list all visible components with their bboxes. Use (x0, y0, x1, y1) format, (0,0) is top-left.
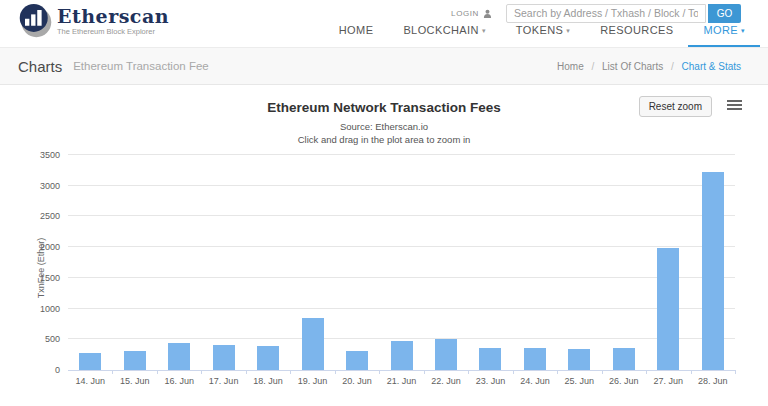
x-axis-tick-label: 24. Jun (520, 376, 550, 386)
gridline (68, 308, 735, 309)
brand-tagline: The Ethereum Block Explorer (57, 27, 169, 36)
x-axis-tick (602, 370, 603, 374)
breadcrumb-separator: / (591, 61, 594, 72)
page-title: Charts (18, 58, 62, 75)
x-axis-tick-label: 22. Jun (431, 376, 461, 386)
breadcrumb-home[interactable]: Home (557, 61, 584, 72)
page-header: Charts Ethereum Transaction Fee Home / L… (0, 48, 768, 85)
y-axis-tick-label: 2500 (40, 211, 60, 221)
breadcrumb: Home / List Of Charts / Chart & Stats (557, 61, 741, 72)
plot-area[interactable]: TxnFee (Ether) 0500100015002000250030003… (68, 155, 735, 370)
nav-blockchain[interactable]: BLOCKCHAIN▾ (388, 18, 500, 47)
x-axis-tick-label: 18. Jun (253, 376, 283, 386)
x-axis-tick-label: 14. Jun (75, 376, 105, 386)
x-axis-tick-label: 17. Jun (209, 376, 239, 386)
x-axis-tick-label: 23. Jun (476, 376, 506, 386)
y-axis-tick-label: 0 (55, 365, 60, 375)
nav-tokens[interactable]: TOKENS▾ (501, 18, 585, 47)
bar-21-jun[interactable] (391, 341, 413, 370)
x-axis-tick-label: 16. Jun (164, 376, 194, 386)
x-axis-tick-label: 15. Jun (120, 376, 150, 386)
chevron-down-icon: ▾ (566, 27, 570, 34)
x-axis-tick (157, 370, 158, 374)
bar-17-jun[interactable] (213, 345, 235, 370)
login-link[interactable]: LOGIN (451, 9, 479, 18)
bar-16-jun[interactable] (168, 343, 190, 370)
etherscan-logo[interactable]: Etherscan The Ethereum Block Explorer (18, 3, 169, 38)
nav-more[interactable]: MORE▾ (688, 18, 760, 47)
etherscan-logo-icon (18, 3, 53, 38)
chart-source: Source: Etherscan.io (0, 121, 768, 132)
x-axis-tick (691, 370, 692, 374)
user-icon[interactable] (483, 9, 492, 18)
x-axis-tick-label: 19. Jun (298, 376, 328, 386)
bar-15-jun[interactable] (124, 351, 146, 370)
x-axis-tick-label: 26. Jun (609, 376, 639, 386)
x-axis-tick (735, 370, 736, 374)
y-axis-tick-label: 3500 (40, 150, 60, 160)
x-axis-tick (290, 370, 291, 374)
bar-27-jun[interactable] (657, 248, 679, 370)
y-axis-tick-label: 3000 (40, 181, 60, 191)
x-axis-tick (335, 370, 336, 374)
x-axis-tick (424, 370, 425, 374)
gridline (68, 338, 735, 339)
gridline (68, 246, 735, 247)
bar-14-jun[interactable] (79, 353, 101, 371)
nav-home[interactable]: HOME (324, 18, 389, 47)
bar-20-jun[interactable] (346, 351, 368, 370)
x-axis-tick-label: 27. Jun (654, 376, 684, 386)
gridline (68, 277, 735, 278)
nav-resources[interactable]: RESOURCES (585, 18, 688, 47)
x-axis-tick (246, 370, 247, 374)
gridline (68, 154, 735, 155)
breadcrumb-list-of-charts[interactable]: List Of Charts (602, 61, 663, 72)
x-axis-tick (468, 370, 469, 374)
chevron-down-icon: ▾ (482, 27, 486, 34)
gridline (68, 215, 735, 216)
x-axis-tick (513, 370, 514, 374)
x-axis-tick (646, 370, 647, 374)
bar-18-jun[interactable] (257, 346, 279, 370)
breadcrumb-separator: / (671, 61, 674, 72)
bar-28-jun[interactable] (702, 172, 724, 370)
x-axis-tick-label: 25. Jun (565, 376, 595, 386)
x-axis-line (68, 370, 735, 371)
x-axis-tick-label: 28. Jun (698, 376, 728, 386)
y-axis-tick-label: 500 (45, 334, 60, 344)
x-axis-tick-label: 20. Jun (342, 376, 372, 386)
y-axis-tick-label: 1000 (40, 304, 60, 314)
brand-name: Etherscan (57, 6, 169, 26)
bar-25-jun[interactable] (568, 349, 590, 370)
y-axis-tick-label: 2000 (40, 242, 60, 252)
x-axis-tick (201, 370, 202, 374)
main-nav: HOME BLOCKCHAIN▾ TOKENS▾ RESOURCES MORE▾ (324, 18, 760, 47)
breadcrumb-chart-and-stats: Chart & Stats (682, 61, 741, 72)
bar-23-jun[interactable] (479, 348, 501, 370)
hamburger-menu-icon[interactable] (727, 100, 742, 112)
x-axis-tick (112, 370, 113, 374)
chevron-down-icon: ▾ (741, 27, 745, 34)
top-bar: Etherscan The Ethereum Block Explorer LO… (0, 0, 768, 48)
chart-hint: Click and drag in the plot area to zoom … (0, 134, 768, 145)
bar-19-jun[interactable] (302, 318, 324, 370)
y-axis-tick-label: 1500 (40, 273, 60, 283)
page-subtitle: Ethereum Transaction Fee (73, 60, 209, 72)
bar-22-jun[interactable] (435, 339, 457, 370)
x-axis-tick-label: 21. Jun (387, 376, 417, 386)
x-axis-tick (379, 370, 380, 374)
reset-zoom-button[interactable]: Reset zoom (639, 96, 712, 117)
x-axis-tick (557, 370, 558, 374)
chart-container: Ethereum Network Transaction Fees Source… (0, 85, 768, 405)
gridline (68, 185, 735, 186)
bar-26-jun[interactable] (613, 348, 635, 370)
bar-24-jun[interactable] (524, 348, 546, 370)
